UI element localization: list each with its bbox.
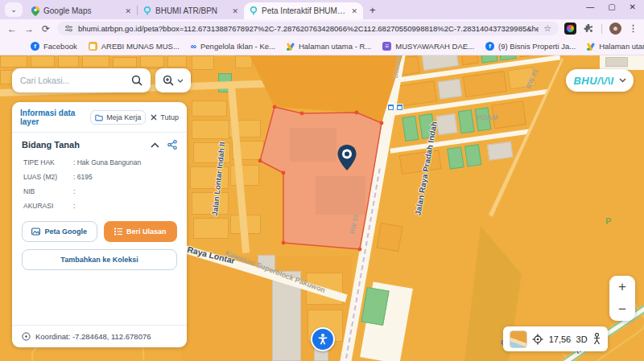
bookmark-pengelola-iklan[interactable]: ∞ Pengelola Iklan - Ke... bbox=[191, 42, 275, 51]
tambahkan-koleksi-label: Tambahkan ke Koleksi bbox=[60, 256, 138, 264]
panel-title: Informasi data layer bbox=[20, 109, 85, 126]
tab-title: Peta Interaktif BHUMI ATR/BPN bbox=[262, 6, 347, 15]
location-search-bar[interactable] bbox=[12, 68, 151, 92]
meta-icon: ∞ bbox=[191, 42, 196, 51]
bookmark-label: Halaman utama - R... bbox=[299, 42, 371, 51]
bookmark-bisnis-properti[interactable]: f (9) Bisnis Properti Ja... bbox=[485, 42, 576, 51]
browser-toolbar: ← → ⟳ bhumi.atrbpn.go.id/peta?bbox=112.6… bbox=[0, 19, 644, 38]
bookmark-label: Halaman utama - R... bbox=[599, 42, 644, 51]
chevron-down-icon bbox=[619, 78, 626, 83]
tab-close-icon[interactable]: ✕ bbox=[232, 7, 238, 15]
zoom-out-button[interactable]: − bbox=[618, 302, 626, 318]
bhumi-tab-icon bbox=[250, 6, 258, 15]
tab-search-button[interactable]: ⌄ bbox=[5, 2, 23, 17]
parking-label: P bbox=[605, 216, 611, 226]
bookmark-label: Pengelola Iklan - Ke... bbox=[200, 42, 275, 51]
zoom-level-readout: 17,56 bbox=[549, 334, 572, 344]
reload-button[interactable]: ⟳ bbox=[40, 23, 52, 35]
map-toolbar: 17,56 3D bbox=[503, 326, 608, 351]
bhumi-logo-menu[interactable]: BHU/\/\I bbox=[566, 69, 634, 92]
zoom-search-button[interactable] bbox=[155, 68, 191, 92]
bhumi-tab-icon bbox=[143, 6, 151, 15]
magnifier-plus-icon bbox=[163, 75, 174, 86]
tambahkan-koleksi-button[interactable]: Tambahkan ke Koleksi bbox=[22, 249, 177, 270]
review-list-icon bbox=[114, 228, 122, 236]
bookmark-label: AREBI MUNAS MUS... bbox=[101, 42, 180, 51]
locate-icon[interactable] bbox=[532, 334, 543, 345]
bookmark-star-icon[interactable]: ☆ bbox=[543, 23, 551, 34]
back-button[interactable]: ← bbox=[6, 23, 18, 35]
bus-stop-icon bbox=[387, 104, 394, 111]
field-value: : Hak Guna Bangunan bbox=[73, 158, 141, 166]
google-ads-icon bbox=[287, 43, 295, 51]
accessibility-button[interactable] bbox=[311, 327, 335, 351]
bus-stop-icon bbox=[396, 104, 403, 111]
browser-chrome: ⌄ Google Maps ✕ BHUMI ATR/BPN ✕ bbox=[0, 0, 644, 55]
coordinate-icon bbox=[22, 332, 31, 341]
peta-google-button[interactable]: Peta Google bbox=[22, 221, 97, 242]
share-icon[interactable] bbox=[167, 140, 177, 150]
bookmark-halaman-utama-1[interactable]: Halaman utama - R... bbox=[287, 42, 371, 51]
bookmark-label: (9) Bisnis Properti Ja... bbox=[498, 42, 576, 51]
facebook-icon: f bbox=[485, 42, 494, 51]
field-value: : bbox=[73, 187, 75, 195]
search-input[interactable] bbox=[20, 76, 125, 85]
meja-kerja-label: Meja Kerja bbox=[106, 113, 141, 121]
pegman-icon[interactable] bbox=[592, 333, 601, 345]
accessibility-icon bbox=[316, 333, 329, 346]
field-label: LUAS (M2) bbox=[23, 173, 73, 181]
url-text: bhumi.atrbpn.go.id/peta?bbox=112.6731388… bbox=[78, 24, 539, 33]
map-zoom-control: + − bbox=[609, 276, 635, 321]
extensions-puzzle-icon[interactable] bbox=[584, 23, 594, 34]
close-panel-button[interactable]: Tutup bbox=[151, 113, 179, 121]
close-icon bbox=[151, 114, 157, 121]
chevron-down-icon bbox=[177, 79, 184, 83]
peta-google-label: Peta Google bbox=[44, 228, 87, 236]
google-ads-icon bbox=[587, 43, 595, 51]
field-label: AKURASI bbox=[23, 202, 73, 210]
area-label: PDAM bbox=[477, 113, 498, 121]
map-pin[interactable] bbox=[336, 144, 357, 171]
tab-strip: ⌄ Google Maps ✕ BHUMI ATR/BPN ✕ bbox=[0, 0, 644, 19]
tab-close-icon[interactable]: ✕ bbox=[351, 7, 357, 15]
site-settings-icon bbox=[64, 24, 73, 33]
bookmark-facebook[interactable]: f Facebook bbox=[31, 42, 77, 51]
tab-peta-interaktif-active[interactable]: Peta Interaktif BHUMI ATR/BPN ✕ bbox=[244, 2, 363, 19]
window-minimize-button[interactable]: — bbox=[586, 2, 594, 11]
tab-bhumi[interactable]: BHUMI ATR/BPN ✕ bbox=[138, 2, 244, 19]
bookmark-label: Facebook bbox=[43, 42, 77, 51]
toolbar-separator bbox=[601, 24, 602, 34]
beri-ulasan-label: Beri Ulasan bbox=[126, 228, 167, 236]
window-maximize-button[interactable]: ▢ bbox=[608, 2, 615, 11]
google-maps-icon bbox=[31, 6, 39, 16]
tab-title: Google Maps bbox=[43, 6, 121, 15]
arebi-icon: ▦ bbox=[89, 42, 97, 51]
bookmark-arebi[interactable]: ▦ AREBI MUNAS MUS... bbox=[89, 42, 180, 51]
bhumi-logo: BHU/\/\I bbox=[573, 75, 613, 87]
meja-kerja-button[interactable]: Meja Kerja bbox=[90, 110, 146, 125]
collapse-chevron-icon[interactable] bbox=[151, 142, 159, 148]
browser-menu-icon[interactable]: ⋮ bbox=[629, 23, 638, 34]
field-value: : 6195 bbox=[73, 173, 93, 181]
coordinate-readout: Koordinat: -7.284648, 112.678076 bbox=[35, 332, 151, 341]
address-bar[interactable]: bhumi.atrbpn.go.id/peta?bbox=112.6731388… bbox=[57, 22, 559, 35]
workspace-folder-icon bbox=[95, 114, 103, 121]
new-tab-button[interactable]: + bbox=[369, 4, 376, 16]
beri-ulasan-button[interactable]: Beri Ulasan bbox=[104, 221, 178, 242]
zoom-in-button[interactable]: + bbox=[618, 279, 626, 295]
field-label: NIB bbox=[23, 187, 73, 195]
bookmark-musyawarah[interactable]: ≡ MUSYAWARAH DAE... bbox=[382, 42, 474, 51]
basemap-thumbnail[interactable] bbox=[510, 330, 527, 348]
search-icon[interactable] bbox=[131, 75, 142, 86]
window-close-button[interactable]: ✕ bbox=[630, 2, 636, 11]
bookmark-halaman-utama-2[interactable]: Halaman utama - R... bbox=[587, 42, 644, 51]
tab-google-maps[interactable]: Google Maps ✕ bbox=[26, 2, 137, 19]
musyawarah-icon: ≡ bbox=[382, 42, 391, 51]
mode-3d-button[interactable]: 3D bbox=[576, 334, 588, 344]
bookmarks-bar: f Facebook ▦ AREBI MUNAS MUS... ∞ Pengel… bbox=[0, 38, 644, 55]
forward-button[interactable]: → bbox=[23, 23, 35, 35]
profile-avatar[interactable]: ☻ bbox=[609, 23, 621, 35]
facebook-icon: f bbox=[31, 42, 39, 51]
tab-close-icon[interactable]: ✕ bbox=[125, 7, 131, 15]
extension-icon[interactable] bbox=[564, 23, 576, 35]
